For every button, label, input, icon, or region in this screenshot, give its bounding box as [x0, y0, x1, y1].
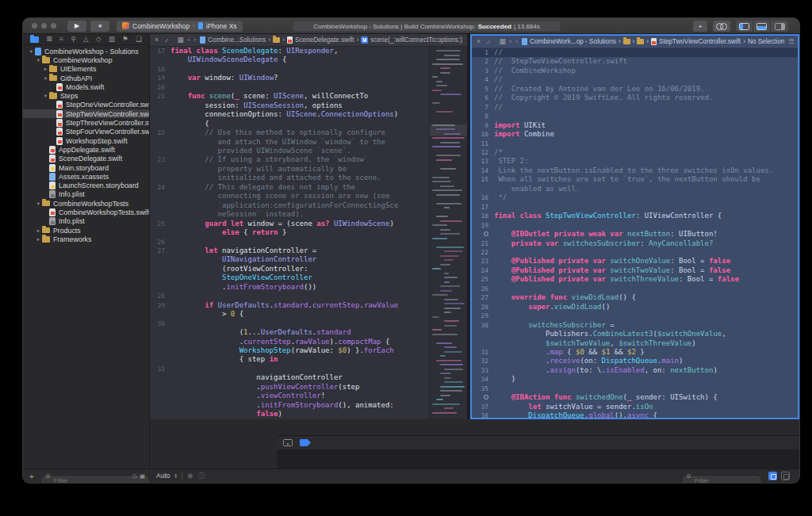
breadcrumb-item[interactable] — [623, 39, 630, 44]
plist-file-icon — [49, 190, 56, 198]
assistant-code-editor[interactable]: 1//2// StepTwoViewController.swift3// Co… — [472, 48, 798, 418]
test-navigator-icon[interactable]: ◇ — [96, 36, 102, 43]
disclosure-triangle[interactable]: ▸ — [35, 227, 42, 234]
console-pane-toggle[interactable] — [781, 472, 790, 480]
file-tree-item[interactable]: ▾CombineWorkshopTests — [23, 199, 149, 208]
file-tree-item[interactable]: ▸Frameworks — [23, 235, 149, 243]
auto-dropdown[interactable]: Auto — [156, 472, 170, 480]
stop-button[interactable]: ■ — [90, 21, 109, 32]
console-filter-input[interactable] — [683, 476, 760, 484]
file-tree-item[interactable]: AppDelegate.swift — [23, 145, 149, 154]
minimize-window-button[interactable] — [41, 23, 47, 29]
related-items-icon[interactable]: ▦ — [177, 36, 183, 44]
minimap-line — [440, 386, 465, 388]
line-number — [150, 210, 170, 219]
symbol-navigator-icon[interactable]: ≡ — [59, 36, 63, 43]
breakpoint-navigator-icon[interactable]: ⚑ — [122, 36, 128, 43]
close-editor-icon[interactable]: × — [477, 38, 481, 45]
assistant-editor-button[interactable] — [713, 21, 730, 32]
main-code-editor[interactable]: 17final class SceneDelegate: UIResponder… — [150, 47, 429, 419]
file-tree-item[interactable]: WorkshopStep.swift — [23, 136, 149, 145]
close-window-button[interactable] — [32, 23, 37, 29]
file-tree-item[interactable]: Info.plist — [23, 190, 149, 199]
add-file-button[interactable]: + — [29, 472, 34, 481]
breadcrumb-item[interactable] — [637, 39, 644, 44]
info-icon[interactable]: ⓘ — [198, 472, 205, 480]
file-tree-item[interactable]: ▾CombineWorkshop — [23, 55, 149, 64]
issue-navigator-icon[interactable]: △ — [83, 36, 89, 43]
report-navigator-icon[interactable]: ❑ — [136, 36, 142, 43]
code-line: 1// — [472, 48, 798, 57]
file-tree-item[interactable]: ▾Steps — [23, 91, 149, 100]
file-tree-item[interactable]: StepThreeViewController.swift — [23, 118, 149, 127]
file-tree-item[interactable]: LaunchScreen.storyboard — [23, 181, 149, 189]
minimap-menu-icon[interactable]: ☰ — [466, 36, 467, 44]
breadcrumb-label: SceneDelegate.swift — [295, 36, 354, 44]
source-control-icon[interactable]: ⊠ — [46, 36, 52, 43]
code-line: .initFromStoryboard()) — [150, 283, 429, 292]
file-tree-item[interactable]: ▸UIElements — [23, 65, 149, 74]
disclosure-triangle[interactable]: ▾ — [42, 93, 49, 99]
back-icon[interactable]: ‹ — [510, 38, 512, 45]
code-line: > 0 { — [150, 310, 429, 319]
library-button[interactable]: + — [693, 21, 707, 32]
file-tree[interactable]: ▾CombineWorkshop - Solutions▾CombineWork… — [23, 47, 149, 468]
disclosure-triangle[interactable]: ▾ — [42, 75, 49, 82]
breadcrumb-item[interactable] — [273, 37, 280, 43]
run-button[interactable]: ▶ — [67, 21, 86, 32]
breadcrumb-item[interactable]: No Selection — [748, 38, 784, 45]
line-number: 34 — [472, 375, 494, 384]
eye-icon[interactable]: ◉ — [187, 472, 193, 480]
toggle-navigator-button[interactable] — [736, 21, 753, 32]
swift-file-icon — [49, 208, 56, 216]
disclosure-triangle[interactable]: ▾ — [35, 57, 42, 63]
file-tree-item[interactable]: ▸Products — [23, 226, 149, 235]
variables-pane-toggle[interactable] — [768, 472, 777, 480]
file-tree-item[interactable]: SceneDelegate.swift — [23, 155, 149, 163]
recent-files-icon[interactable]: ◷ — [132, 472, 137, 480]
hide-debug-area-icon[interactable]: ▾ — [283, 439, 293, 446]
file-tree-item[interactable]: Main.storyboard — [23, 163, 149, 172]
breakpoint-icon[interactable] — [300, 439, 311, 446]
file-tree-item[interactable]: Models.swift — [23, 82, 149, 91]
zoom-window-button[interactable] — [51, 23, 56, 29]
related-items-icon[interactable]: ▦ — [499, 38, 505, 45]
disclosure-triangle[interactable]: ▾ — [35, 201, 42, 207]
expand-editor-icon[interactable]: ↔ — [483, 36, 492, 46]
back-icon[interactable]: ‹ — [188, 36, 190, 44]
breadcrumb-item[interactable]: StepTwoViewController.swift — [651, 38, 741, 45]
breadcrumb-item[interactable]: Mscene(_:willConnectTo:options:) — [361, 36, 462, 44]
code-line: 29if UserDefaults.standard.currentStep.r… — [150, 301, 429, 310]
breadcrumb-item[interactable]: SceneDelegate.swift — [287, 36, 354, 44]
disclosure-triangle[interactable]: ▸ — [42, 66, 49, 72]
breadcrumb[interactable]: Combine...Solutions››SceneDelegate.swift… — [200, 36, 462, 44]
minimap-line — [444, 320, 459, 322]
disclosure-triangle[interactable]: ▾ — [28, 48, 35, 55]
minimap[interactable] — [429, 47, 467, 419]
minimap-menu-icon[interactable]: ☰ — [788, 38, 795, 45]
toggle-debug-area-button[interactable] — [753, 21, 771, 32]
project-navigator-icon[interactable] — [30, 36, 39, 43]
breadcrumb-item[interactable]: Combine...Solutions — [200, 36, 266, 44]
find-icon[interactable]: ⚲ — [71, 36, 75, 43]
breadcrumb-item[interactable]: CombineWork...op - Solutions — [522, 38, 616, 45]
toggle-inspector-button[interactable] — [771, 21, 788, 32]
expand-editor-icon[interactable]: ↔ — [161, 35, 170, 44]
disclosure-triangle[interactable]: ▸ — [35, 236, 42, 243]
file-tree-item[interactable]: StepTwoViewController.swift — [23, 109, 149, 118]
forward-icon[interactable]: › — [193, 36, 196, 44]
file-tree-item[interactable]: StepOneViewController.swift — [23, 101, 149, 109]
forward-icon[interactable]: › — [515, 38, 518, 45]
file-tree-item[interactable]: ▾GithubAPI — [23, 74, 149, 82]
source-control-status-icon[interactable]: ▣ — [140, 472, 145, 480]
file-tree-item[interactable]: CombineWorkshopTests.swift — [23, 208, 149, 216]
debug-navigator-icon[interactable]: ▥ — [109, 36, 115, 43]
close-editor-icon[interactable]: × — [155, 36, 159, 44]
file-tree-item[interactable]: StepFourViewController.swift — [23, 128, 149, 136]
scheme-selector[interactable]: CombineWorkshop › iPhone Xs — [117, 21, 243, 32]
file-tree-item[interactable]: ▾CombineWorkshop - Solutions — [23, 47, 149, 55]
code-line: 7// — [472, 103, 798, 112]
breadcrumb[interactable]: CombineWork...op - Solutions›››StepTwoVi… — [522, 38, 784, 45]
file-tree-item[interactable]: Info.plist — [23, 217, 149, 226]
file-tree-item[interactable]: Assets.xcassets — [23, 172, 149, 181]
